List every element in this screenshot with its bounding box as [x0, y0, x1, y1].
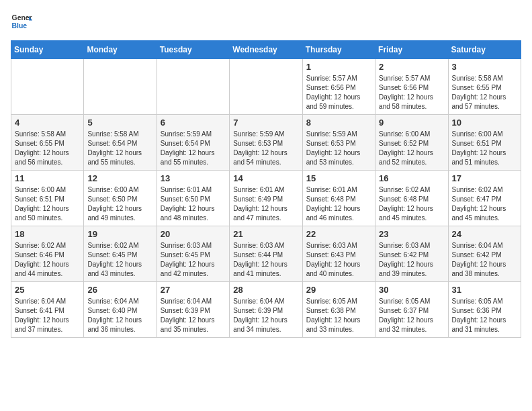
day-number: 17 [452, 173, 517, 183]
calendar-cell [11, 59, 84, 115]
calendar-cell: 15Sunrise: 6:01 AMSunset: 6:48 PMDayligh… [302, 171, 375, 226]
calendar-cell: 20Sunrise: 6:03 AMSunset: 6:45 PMDayligh… [157, 226, 229, 282]
day-number: 9 [379, 118, 444, 128]
week-row-3: 11Sunrise: 6:00 AMSunset: 6:51 PMDayligh… [11, 171, 521, 226]
calendar-cell: 22Sunrise: 6:03 AMSunset: 6:43 PMDayligh… [302, 226, 375, 282]
day-number: 7 [233, 118, 298, 128]
day-number: 30 [379, 285, 444, 295]
col-header-saturday: Saturday [448, 41, 521, 59]
day-number: 5 [87, 118, 152, 128]
logo-icon: General Blue [11, 11, 32, 32]
day-info: Sunrise: 6:03 AMSunset: 6:43 PMDaylight:… [306, 241, 371, 279]
day-number: 1 [306, 62, 371, 72]
day-info: Sunrise: 6:04 AMSunset: 6:39 PMDaylight:… [161, 297, 226, 334]
day-info: Sunrise: 5:58 AMSunset: 6:55 PMDaylight:… [15, 130, 80, 167]
calendar-header-row: SundayMondayTuesdayWednesdayThursdayFrid… [11, 41, 521, 59]
calendar-cell: 30Sunrise: 6:05 AMSunset: 6:37 PMDayligh… [375, 282, 448, 338]
day-info: Sunrise: 6:01 AMSunset: 6:50 PMDaylight:… [161, 185, 226, 223]
calendar-cell: 23Sunrise: 6:03 AMSunset: 6:42 PMDayligh… [375, 226, 448, 282]
day-number: 3 [452, 62, 517, 72]
day-number: 19 [87, 229, 152, 239]
day-info: Sunrise: 6:03 AMSunset: 6:44 PMDaylight:… [233, 241, 298, 279]
col-header-thursday: Thursday [302, 41, 375, 59]
day-number: 27 [161, 285, 226, 295]
col-header-sunday: Sunday [11, 41, 84, 59]
header: General Blue [11, 11, 521, 32]
week-row-5: 25Sunrise: 6:04 AMSunset: 6:41 PMDayligh… [11, 282, 521, 338]
day-number: 22 [306, 229, 371, 239]
day-info: Sunrise: 6:05 AMSunset: 6:37 PMDaylight:… [379, 297, 444, 334]
col-header-tuesday: Tuesday [157, 41, 229, 59]
day-number: 25 [15, 285, 80, 295]
day-info: Sunrise: 6:02 AMSunset: 6:45 PMDaylight:… [87, 241, 152, 279]
day-info: Sunrise: 6:04 AMSunset: 6:39 PMDaylight:… [233, 297, 298, 334]
day-number: 21 [233, 229, 298, 239]
calendar-cell [84, 59, 157, 115]
day-info: Sunrise: 5:58 AMSunset: 6:55 PMDaylight:… [452, 74, 517, 111]
day-info: Sunrise: 6:02 AMSunset: 6:47 PMDaylight:… [452, 185, 517, 223]
calendar-cell: 27Sunrise: 6:04 AMSunset: 6:39 PMDayligh… [157, 282, 229, 338]
calendar-cell: 3Sunrise: 5:58 AMSunset: 6:55 PMDaylight… [448, 59, 521, 115]
calendar-cell: 11Sunrise: 6:00 AMSunset: 6:51 PMDayligh… [11, 171, 84, 226]
day-info: Sunrise: 6:00 AMSunset: 6:51 PMDaylight:… [15, 185, 80, 223]
day-info: Sunrise: 5:58 AMSunset: 6:54 PMDaylight:… [87, 130, 152, 167]
col-header-monday: Monday [84, 41, 157, 59]
day-number: 12 [87, 173, 152, 183]
week-row-4: 18Sunrise: 6:02 AMSunset: 6:46 PMDayligh… [11, 226, 521, 282]
day-info: Sunrise: 6:04 AMSunset: 6:42 PMDaylight:… [452, 241, 517, 279]
calendar-cell: 7Sunrise: 5:59 AMSunset: 6:53 PMDaylight… [230, 115, 302, 171]
calendar-cell: 29Sunrise: 6:05 AMSunset: 6:38 PMDayligh… [302, 282, 375, 338]
day-info: Sunrise: 5:59 AMSunset: 6:54 PMDaylight:… [161, 130, 226, 167]
day-number: 18 [15, 229, 80, 239]
calendar-cell: 26Sunrise: 6:04 AMSunset: 6:40 PMDayligh… [84, 282, 157, 338]
calendar-cell: 31Sunrise: 6:05 AMSunset: 6:36 PMDayligh… [448, 282, 521, 338]
day-number: 16 [379, 173, 444, 183]
day-info: Sunrise: 5:59 AMSunset: 6:53 PMDaylight:… [233, 130, 298, 167]
day-info: Sunrise: 6:00 AMSunset: 6:52 PMDaylight:… [379, 130, 444, 167]
day-number: 28 [233, 285, 298, 295]
calendar-cell: 28Sunrise: 6:04 AMSunset: 6:39 PMDayligh… [230, 282, 302, 338]
calendar-cell: 6Sunrise: 5:59 AMSunset: 6:54 PMDaylight… [157, 115, 229, 171]
calendar-cell: 4Sunrise: 5:58 AMSunset: 6:55 PMDaylight… [11, 115, 84, 171]
calendar-cell [157, 59, 229, 115]
day-info: Sunrise: 6:04 AMSunset: 6:41 PMDaylight:… [15, 297, 80, 334]
calendar-cell: 8Sunrise: 5:59 AMSunset: 6:53 PMDaylight… [302, 115, 375, 171]
day-info: Sunrise: 6:03 AMSunset: 6:45 PMDaylight:… [161, 241, 226, 279]
day-number: 4 [15, 118, 80, 128]
day-info: Sunrise: 6:02 AMSunset: 6:48 PMDaylight:… [379, 185, 444, 223]
calendar-cell: 14Sunrise: 6:01 AMSunset: 6:49 PMDayligh… [230, 171, 302, 226]
day-number: 24 [452, 229, 517, 239]
calendar-cell: 1Sunrise: 5:57 AMSunset: 6:56 PMDaylight… [302, 59, 375, 115]
day-number: 8 [306, 118, 371, 128]
calendar-cell: 9Sunrise: 6:00 AMSunset: 6:52 PMDaylight… [375, 115, 448, 171]
calendar-cell: 2Sunrise: 5:57 AMSunset: 6:56 PMDaylight… [375, 59, 448, 115]
logo: General Blue [11, 11, 32, 32]
calendar-cell: 17Sunrise: 6:02 AMSunset: 6:47 PMDayligh… [448, 171, 521, 226]
col-header-wednesday: Wednesday [230, 41, 302, 59]
day-number: 23 [379, 229, 444, 239]
svg-text:Blue: Blue [12, 22, 28, 30]
day-number: 26 [87, 285, 152, 295]
calendar-cell: 19Sunrise: 6:02 AMSunset: 6:45 PMDayligh… [84, 226, 157, 282]
day-info: Sunrise: 5:59 AMSunset: 6:53 PMDaylight:… [306, 130, 371, 167]
day-number: 15 [306, 173, 371, 183]
day-info: Sunrise: 6:01 AMSunset: 6:48 PMDaylight:… [306, 185, 371, 223]
col-header-friday: Friday [375, 41, 448, 59]
calendar-cell: 12Sunrise: 6:00 AMSunset: 6:50 PMDayligh… [84, 171, 157, 226]
day-info: Sunrise: 6:02 AMSunset: 6:46 PMDaylight:… [15, 241, 80, 279]
day-info: Sunrise: 6:00 AMSunset: 6:50 PMDaylight:… [87, 185, 152, 223]
day-number: 20 [161, 229, 226, 239]
calendar-cell: 10Sunrise: 6:00 AMSunset: 6:51 PMDayligh… [448, 115, 521, 171]
week-row-2: 4Sunrise: 5:58 AMSunset: 6:55 PMDaylight… [11, 115, 521, 171]
day-info: Sunrise: 6:00 AMSunset: 6:51 PMDaylight:… [452, 130, 517, 167]
day-info: Sunrise: 5:57 AMSunset: 6:56 PMDaylight:… [306, 74, 371, 111]
calendar-cell: 25Sunrise: 6:04 AMSunset: 6:41 PMDayligh… [11, 282, 84, 338]
day-info: Sunrise: 6:01 AMSunset: 6:49 PMDaylight:… [233, 185, 298, 223]
calendar-cell: 18Sunrise: 6:02 AMSunset: 6:46 PMDayligh… [11, 226, 84, 282]
day-number: 10 [452, 118, 517, 128]
day-number: 29 [306, 285, 371, 295]
day-info: Sunrise: 6:05 AMSunset: 6:36 PMDaylight:… [452, 297, 517, 334]
day-info: Sunrise: 6:03 AMSunset: 6:42 PMDaylight:… [379, 241, 444, 279]
week-row-1: 1Sunrise: 5:57 AMSunset: 6:56 PMDaylight… [11, 59, 521, 115]
calendar-cell: 21Sunrise: 6:03 AMSunset: 6:44 PMDayligh… [230, 226, 302, 282]
